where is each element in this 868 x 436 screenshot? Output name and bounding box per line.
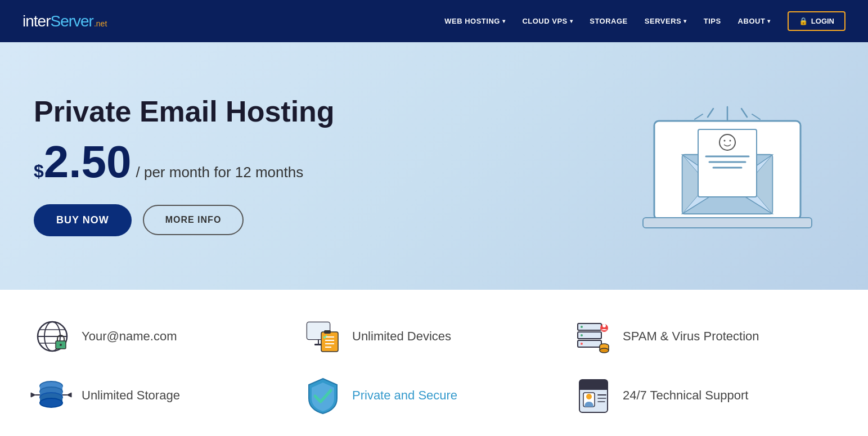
main-nav: WEB HOSTING ▾ CLOUD VPS ▾ STORAGE SERVER…	[444, 11, 845, 31]
nav-web-hosting[interactable]: WEB HOSTING ▾	[444, 17, 505, 25]
svg-rect-7	[698, 129, 757, 197]
svg-rect-60	[579, 387, 608, 390]
svg-line-16	[708, 109, 713, 117]
nav-storage[interactable]: STORAGE	[590, 17, 628, 25]
email-illustration	[620, 76, 834, 256]
hero-content: Private Email Hosting $ 2.50 / per month…	[34, 96, 335, 236]
feature-email: Your@name.com	[34, 318, 293, 354]
feature-spam: SPAM & Virus Protection	[575, 318, 834, 354]
nav-servers[interactable]: SERVERS ▾	[645, 17, 687, 25]
support-icon	[575, 377, 611, 413]
hero-section: Private Email Hosting $ 2.50 / per month…	[0, 42, 868, 290]
features-section: Your@name.com Unlimited Dev	[0, 290, 868, 436]
chevron-down-icon: ▾	[683, 18, 687, 24]
nav-tips[interactable]: TIPS	[704, 17, 721, 25]
feature-support: 24/7 Technical Support	[575, 377, 834, 413]
logo-server: Server	[50, 12, 93, 30]
lock-icon: 🔒	[799, 17, 808, 25]
svg-point-9	[724, 140, 726, 142]
feature-private-label: Private and Secure	[352, 388, 457, 403]
more-info-button[interactable]: MORE INFO	[143, 205, 244, 235]
buy-now-button[interactable]: BUY NOW	[34, 204, 132, 236]
shield-icon	[304, 377, 341, 413]
svg-point-55	[40, 398, 62, 407]
hero-buttons: BUY NOW MORE INFO	[34, 204, 335, 236]
hero-illustration	[620, 76, 834, 256]
svg-point-39	[581, 326, 583, 328]
hero-price: $ 2.50 / per month for 12 months	[34, 140, 335, 185]
svg-point-46	[600, 348, 609, 353]
feature-spam-label: SPAM & Virus Protection	[623, 329, 759, 344]
login-button[interactable]: 🔒 LOGIN	[788, 11, 845, 31]
feature-private: Private and Secure	[304, 377, 564, 413]
feature-email-label: Your@name.com	[82, 329, 177, 344]
logo-net: .net	[94, 19, 107, 28]
price-description: / per month for 12 months	[136, 164, 304, 181]
chevron-down-icon: ▾	[570, 18, 573, 24]
svg-point-62	[586, 394, 592, 399]
logo[interactable]: interServer.net	[23, 12, 107, 30]
svg-rect-1	[643, 218, 812, 228]
feature-devices: Unlimited Devices	[304, 318, 564, 354]
svg-point-10	[730, 140, 731, 142]
spam-icon	[575, 318, 611, 354]
svg-point-43	[602, 324, 606, 327]
svg-rect-31	[324, 330, 331, 334]
feature-devices-label: Unlimited Devices	[352, 329, 451, 344]
nav-about[interactable]: ABOUT ▾	[738, 17, 771, 25]
globe-email-icon	[34, 318, 70, 354]
price-amount: 2.50	[44, 140, 132, 185]
svg-line-17	[752, 114, 760, 119]
nav-cloud-vps[interactable]: CLOUD VPS ▾	[522, 17, 573, 25]
chevron-down-icon: ▾	[767, 18, 771, 24]
logo-inter: inter	[23, 12, 50, 30]
svg-rect-30	[321, 332, 338, 352]
hero-title: Private Email Hosting	[34, 96, 335, 128]
storage-icon	[34, 377, 70, 413]
svg-line-15	[741, 109, 747, 117]
svg-point-40	[581, 334, 583, 336]
svg-point-41	[581, 343, 583, 345]
chevron-down-icon: ▾	[502, 18, 506, 24]
svg-line-18	[695, 114, 703, 119]
svg-point-25	[60, 344, 62, 346]
devices-icon	[304, 318, 341, 354]
feature-support-label: 24/7 Technical Support	[623, 388, 748, 403]
feature-storage: Unlimited Storage	[34, 377, 293, 413]
price-dollar-sign: $	[34, 161, 44, 182]
site-header: interServer.net WEB HOSTING ▾ CLOUD VPS …	[0, 0, 868, 42]
feature-storage-label: Unlimited Storage	[82, 388, 180, 403]
